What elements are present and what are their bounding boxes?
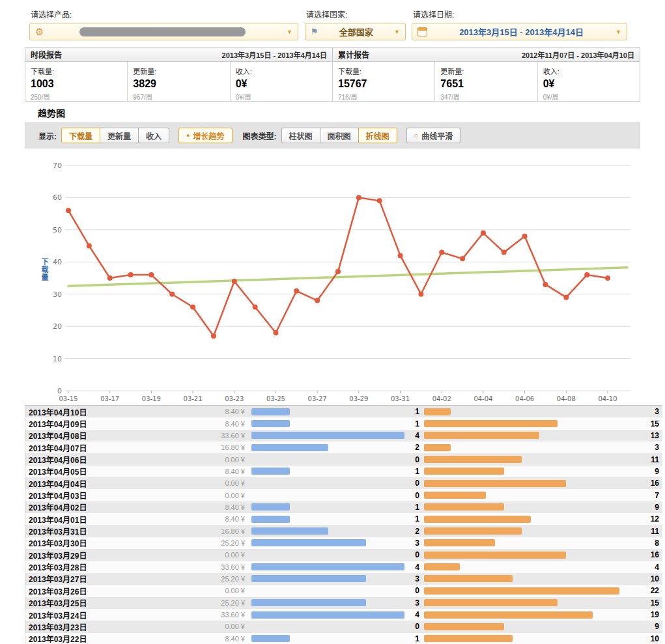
downloads-metric-button[interactable]: 下载量 <box>61 128 100 143</box>
product-select[interactable]: ⚙ ▼ <box>29 23 298 40</box>
row-revenue: 0.00 ¥ <box>152 587 250 595</box>
table-row: 2013年03月23日0.00 ¥09 <box>25 621 662 632</box>
revenue-metric-button[interactable]: 收入 <box>138 128 169 143</box>
orange-bar <box>424 456 522 463</box>
row-revenue: 33.60 ¥ <box>152 611 250 619</box>
chevron-down-icon: ▼ <box>394 29 400 35</box>
row-orange-count: 16 <box>651 480 659 487</box>
metric-value: 1003 <box>31 78 122 90</box>
row-orange-count: 9 <box>655 623 659 630</box>
row-date: 2013年03月27日 <box>25 573 152 584</box>
blue-bar <box>251 575 366 582</box>
row-blue-bar-cell: 1 <box>250 408 423 415</box>
data-point <box>232 279 237 284</box>
bar-chart-type-button[interactable]: 柱状图 <box>281 128 320 143</box>
row-orange-bar-cell: 10 <box>423 635 662 642</box>
data-point <box>211 333 216 339</box>
row-blue-bar-cell: 4 <box>250 611 423 619</box>
row-orange-count: 11 <box>651 456 659 463</box>
x-tick-label: 03-21 <box>184 395 203 402</box>
row-revenue: 16.80 ¥ <box>152 527 250 535</box>
data-point <box>169 292 175 297</box>
country-select-value: 全部国家 <box>318 25 394 38</box>
row-orange-count: 7 <box>655 492 659 499</box>
orange-bar <box>424 480 566 487</box>
y-tick-label: 60 <box>53 193 62 202</box>
row-date: 2013年04月01日 <box>25 514 152 525</box>
period-report-range: 2013年3月15日 - 2013年4月14日 <box>222 49 327 60</box>
table-row: 2013年04月01日8.40 ¥112 <box>25 513 662 525</box>
row-blue-bar-cell: 2 <box>250 444 423 451</box>
row-blue-bar-cell: 1 <box>250 635 423 642</box>
data-point <box>460 256 465 261</box>
calendar-icon <box>417 27 427 36</box>
growth-trend-toggle[interactable]: ● 增长趋势 <box>178 128 232 143</box>
metric-value: 0¥ <box>543 78 634 90</box>
period-report-panel: 时段报告 2013年3月15日 - 2013年4月14日 下载量: 1003 2… <box>25 48 332 101</box>
row-blue-count: 3 <box>415 539 419 546</box>
row-blue-bar-cell: 3 <box>250 539 423 546</box>
row-date: 2013年04月05日 <box>25 466 152 477</box>
smooth-curve-toggle[interactable]: ○ 曲线平滑 <box>406 128 461 143</box>
updates-metric-button[interactable]: 更新量 <box>100 128 139 143</box>
row-orange-bar-cell: 4 <box>423 563 662 570</box>
row-orange-bar-cell: 11 <box>423 527 662 535</box>
blue-bar <box>251 503 290 511</box>
row-orange-bar-cell: 3 <box>423 444 662 451</box>
area-chart-type-button[interactable]: 面积图 <box>320 128 359 143</box>
blue-bar <box>251 408 290 415</box>
line-chart-type-button[interactable]: 折线图 <box>358 128 397 143</box>
row-revenue: 33.60 ¥ <box>152 432 250 440</box>
blue-bar <box>251 516 290 523</box>
row-orange-bar-cell: 19 <box>423 611 662 619</box>
row-orange-bar-cell: 12 <box>423 516 662 523</box>
orange-bar <box>424 420 558 427</box>
data-point <box>605 275 610 281</box>
orange-bar <box>424 408 451 415</box>
row-blue-count: 2 <box>415 527 419 535</box>
row-date: 2013年04月08日 <box>25 430 152 441</box>
blue-bar <box>251 420 290 427</box>
row-date: 2013年03月31日 <box>25 525 152 537</box>
row-date: 2013年03月25日 <box>25 597 152 608</box>
row-date: 2013年04月06日 <box>25 454 152 465</box>
table-row: 2013年04月08日33.60 ¥413 <box>25 430 662 441</box>
data-point <box>149 272 154 277</box>
product-name-redacted <box>79 27 246 36</box>
x-tick-label: 03-31 <box>391 395 410 402</box>
row-blue-bar-cell: 0 <box>250 587 423 595</box>
row-blue-count: 4 <box>415 432 419 439</box>
date-range-value: 2013年3月15日 - 2013年4月14日 <box>427 25 615 38</box>
row-date: 2013年03月29日 <box>25 550 152 561</box>
data-point <box>315 298 320 303</box>
row-revenue: 33.60 ¥ <box>152 563 250 571</box>
country-filter: 请选择国家: ⚑ 全部国家 ▼ <box>305 8 406 40</box>
chart-type-button-group: 柱状图 面积图 折线图 <box>281 128 397 143</box>
orange-bar <box>424 516 531 523</box>
metric-sub: 957/周 <box>133 92 224 102</box>
row-revenue: 25.20 ¥ <box>152 539 250 547</box>
data-point <box>273 330 278 335</box>
cumulative-report-panel: 累计报告 2012年11月07日 - 2013年04月10日 下载量: 1576… <box>332 48 640 101</box>
metric-downloads: 下载量: 1003 250/周 <box>25 62 127 101</box>
row-orange-bar-cell: 8 <box>423 539 662 546</box>
data-point <box>584 272 589 277</box>
metric-value: 15767 <box>338 78 429 90</box>
x-tick-label: 03-27 <box>308 395 327 402</box>
date-range-select[interactable]: 2013年3月15日 - 2013年4月14日 ▼ <box>412 23 627 40</box>
hollow-dot-icon: ○ <box>414 132 419 139</box>
orange-bar <box>424 527 522 535</box>
country-select[interactable]: ⚑ 全部国家 ▼ <box>305 23 406 40</box>
country-filter-label: 请选择国家: <box>305 8 406 20</box>
x-tick-label: 03-23 <box>225 395 244 402</box>
data-point <box>294 288 299 294</box>
row-orange-count: 9 <box>655 468 659 475</box>
row-revenue: 0.00 ¥ <box>152 456 250 464</box>
row-orange-bar-cell: 16 <box>423 552 662 559</box>
table-row: 2013年04月06日0.00 ¥011 <box>25 453 662 465</box>
x-tick-label: 04-08 <box>557 395 576 402</box>
row-blue-bar-cell: 1 <box>250 503 423 511</box>
table-row: 2013年04月03日0.00 ¥07 <box>25 489 662 501</box>
data-point <box>502 249 507 255</box>
row-blue-count: 0 <box>415 587 419 595</box>
